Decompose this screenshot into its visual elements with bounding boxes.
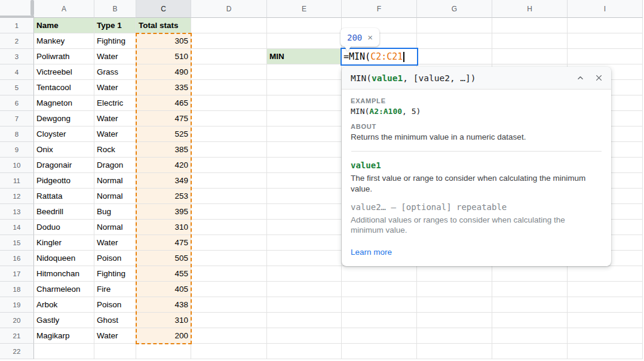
cell-E4[interactable] xyxy=(267,64,342,80)
cell-D12[interactable] xyxy=(191,189,267,204)
cell-I22[interactable] xyxy=(568,344,643,359)
column-header-f[interactable]: F xyxy=(342,0,417,18)
row-header-14[interactable]: 14 xyxy=(0,220,34,235)
cell-B7[interactable]: Water xyxy=(94,111,136,126)
cell-G19[interactable] xyxy=(417,297,492,313)
cell-B14[interactable]: Normal xyxy=(94,220,136,235)
cell-H2[interactable] xyxy=(492,33,568,49)
cell-A5[interactable]: Tentacool xyxy=(34,80,94,95)
row-header-16[interactable]: 16 xyxy=(0,251,34,266)
cell-F17[interactable] xyxy=(342,266,417,282)
cell-E14[interactable] xyxy=(267,220,342,235)
cell-G2[interactable] xyxy=(417,33,492,49)
cell-B1[interactable]: Type 1 xyxy=(94,18,136,33)
cell-A17[interactable]: Hitmonchan xyxy=(34,266,94,282)
column-header-i[interactable]: I xyxy=(568,0,643,18)
row-header-2[interactable]: 2 xyxy=(0,33,34,49)
cell-A1[interactable]: Name xyxy=(34,18,94,33)
cell-C6[interactable]: 465 xyxy=(136,95,191,111)
row-header-15[interactable]: 15 xyxy=(0,235,34,251)
cell-D5[interactable] xyxy=(191,80,267,95)
cell-E20[interactable] xyxy=(267,313,342,328)
cell-E12[interactable] xyxy=(267,189,342,204)
cell-A3[interactable]: Poliwrath xyxy=(34,49,94,64)
cell-E22[interactable] xyxy=(267,344,342,359)
cell-E19[interactable] xyxy=(267,297,342,313)
cell-B12[interactable]: Normal xyxy=(94,189,136,204)
column-header-b[interactable]: B xyxy=(94,0,136,18)
column-header-d[interactable]: D xyxy=(191,0,267,18)
cell-A4[interactable]: Victreebel xyxy=(34,64,94,80)
row-header-4[interactable]: 4 xyxy=(0,64,34,80)
cell-D16[interactable] xyxy=(191,251,267,266)
cell-B8[interactable]: Water xyxy=(94,126,136,142)
row-header-13[interactable]: 13 xyxy=(0,204,34,220)
cell-G18[interactable] xyxy=(417,282,492,297)
cell-C13[interactable]: 395 xyxy=(136,204,191,220)
cell-A6[interactable]: Magneton xyxy=(34,95,94,111)
cell-C14[interactable]: 310 xyxy=(136,220,191,235)
cell-D10[interactable] xyxy=(191,158,267,173)
cell-C10[interactable]: 420 xyxy=(136,158,191,173)
cell-C16[interactable]: 505 xyxy=(136,251,191,266)
collapse-chevron-icon[interactable] xyxy=(575,73,585,83)
cell-D4[interactable] xyxy=(191,64,267,80)
row-header-9[interactable]: 9 xyxy=(0,142,34,158)
cell-E13[interactable] xyxy=(267,204,342,220)
cell-F20[interactable] xyxy=(342,313,417,328)
cell-C11[interactable]: 349 xyxy=(136,173,191,189)
cell-B19[interactable]: Poison xyxy=(94,297,136,313)
cell-E8[interactable] xyxy=(267,126,342,142)
cell-E18[interactable] xyxy=(267,282,342,297)
row-header-17[interactable]: 17 xyxy=(0,266,34,282)
cell-H3[interactable] xyxy=(492,49,568,64)
cell-H21[interactable] xyxy=(492,328,568,344)
cell-I18[interactable] xyxy=(568,282,643,297)
cell-G21[interactable] xyxy=(417,328,492,344)
cell-B21[interactable]: Water xyxy=(94,328,136,344)
cell-B11[interactable]: Normal xyxy=(94,173,136,189)
cell-C18[interactable]: 405 xyxy=(136,282,191,297)
cell-E7[interactable] xyxy=(267,111,342,126)
row-header-12[interactable]: 12 xyxy=(0,189,34,204)
cell-B4[interactable]: Grass xyxy=(94,64,136,80)
cell-A10[interactable]: Dragonair xyxy=(34,158,94,173)
active-cell-formula-editor[interactable]: =MIN(C2:C21 xyxy=(341,48,418,66)
cell-E9[interactable] xyxy=(267,142,342,158)
cell-I1[interactable] xyxy=(568,18,643,33)
cell-H1[interactable] xyxy=(492,18,568,33)
cell-A16[interactable]: Nidoqueen xyxy=(34,251,94,266)
row-header-5[interactable]: 5 xyxy=(0,80,34,95)
cell-A11[interactable]: Pidgeotto xyxy=(34,173,94,189)
cell-D17[interactable] xyxy=(191,266,267,282)
cell-B17[interactable]: Fighting xyxy=(94,266,136,282)
cell-H20[interactable] xyxy=(492,313,568,328)
cell-B2[interactable]: Fighting xyxy=(94,33,136,49)
cell-D22[interactable] xyxy=(191,344,267,359)
cell-D7[interactable] xyxy=(191,111,267,126)
cell-B20[interactable]: Ghost xyxy=(94,313,136,328)
cell-A12[interactable]: Rattata xyxy=(34,189,94,204)
cell-A22[interactable] xyxy=(34,344,94,359)
cell-C15[interactable]: 475 xyxy=(136,235,191,251)
cell-C12[interactable]: 253 xyxy=(136,189,191,204)
column-header-e[interactable]: E xyxy=(267,0,342,18)
learn-more-link[interactable]: Learn more xyxy=(351,248,392,257)
cell-C22[interactable] xyxy=(136,344,191,359)
cell-B10[interactable]: Dragon xyxy=(94,158,136,173)
row-header-8[interactable]: 8 xyxy=(0,126,34,142)
cell-B13[interactable]: Bug xyxy=(94,204,136,220)
cell-A14[interactable]: Doduo xyxy=(34,220,94,235)
cell-C1[interactable]: Total stats xyxy=(136,18,191,33)
cell-E1[interactable] xyxy=(267,18,342,33)
cell-D20[interactable] xyxy=(191,313,267,328)
column-header-h[interactable]: H xyxy=(492,0,568,18)
cell-C9[interactable]: 385 xyxy=(136,142,191,158)
cell-C21[interactable]: 200 xyxy=(136,328,191,344)
cell-E16[interactable] xyxy=(267,251,342,266)
cell-G20[interactable] xyxy=(417,313,492,328)
cell-D2[interactable] xyxy=(191,33,267,49)
cell-C20[interactable]: 310 xyxy=(136,313,191,328)
cell-H17[interactable] xyxy=(492,266,568,282)
cell-E3[interactable]: MIN xyxy=(267,49,342,64)
